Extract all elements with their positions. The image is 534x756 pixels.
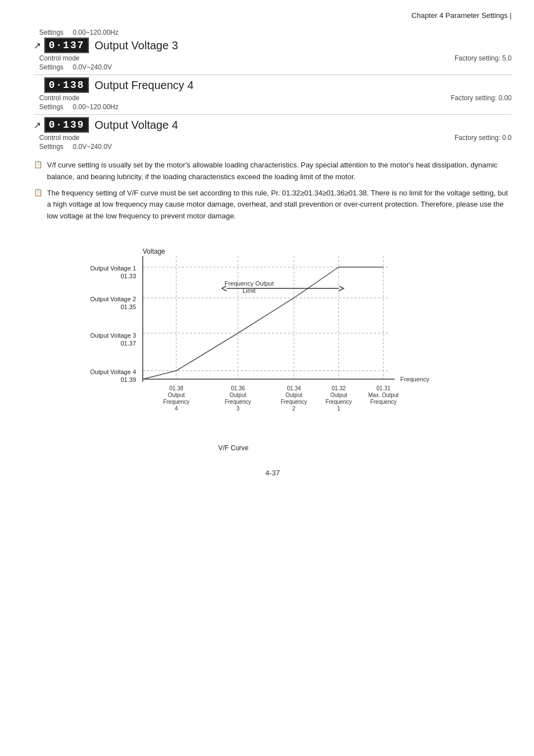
settings-value2-137: 0.0V~240.0V: [73, 63, 112, 71]
annotation-text2: Limit: [242, 287, 255, 294]
arrow-icon-137: ↗: [34, 40, 41, 51]
arrow-icon-139: ↗: [34, 120, 41, 130]
settings-value-139: 0.0V~240.0V: [73, 143, 112, 151]
x-label-2-line3: 2: [292, 405, 296, 412]
x-label-1-line1: Output: [229, 392, 246, 398]
note-icon-1: 📋: [34, 160, 43, 169]
x-label-2-line1: Output: [285, 392, 302, 398]
lcd-display-139: 0·139: [44, 117, 89, 133]
chapter-header: Chapter 4 Parameter Settings |: [34, 11, 512, 22]
settings-row-137-top: Settings 0.00~120.00Hz: [39, 29, 512, 36]
settings-row-139: Settings 0.0V~240.0V: [39, 143, 512, 151]
factory-setting-138: Factory setting: 0.00: [451, 94, 512, 102]
lcd-display-138: 0·138: [44, 77, 89, 93]
settings-value-137: 0.00~120.00Hz: [73, 29, 119, 36]
header-text: Chapter 4 Parameter Settings |: [411, 11, 512, 20]
x-label-3-line1: Output: [330, 392, 347, 398]
factory-setting-137: Factory setting: 5.0: [455, 54, 512, 62]
x-label-0-line2: Frequency: [163, 399, 189, 405]
control-row-137: Control mode Factory setting: 5.0: [39, 54, 512, 62]
vf-chart-svg: Frequency Output Limit Frequency 01.38 O…: [143, 256, 423, 424]
settings-label-138: Settings: [39, 103, 73, 111]
divider-137: [34, 74, 512, 75]
x-label-1-line2: Frequency: [224, 399, 251, 405]
x-label-4-line2: Frequency: [370, 399, 396, 405]
x-label-3-code: 01.32: [331, 385, 345, 391]
settings-row-138: Settings 0.00~120.00Hz: [39, 103, 512, 111]
x-axis-label: Frequency: [400, 376, 429, 382]
x-label-3-line3: 1: [337, 405, 340, 412]
x-label-4-code: 01.31: [376, 385, 390, 391]
settings-row-137-bottom: Settings 0.0V~240.0V: [39, 63, 512, 71]
x-label-0-line1: Output: [168, 392, 185, 398]
note-icon-2: 📋: [34, 188, 43, 197]
control-mode-137: Control mode: [39, 54, 79, 62]
x-label-4-line1: Max. Output: [368, 392, 399, 398]
y-label-4: Output Voltage 4 01.39: [90, 368, 136, 384]
chart-svg-wrapper: Frequency Output Limit Frequency 01.38 O…: [143, 256, 423, 426]
control-mode-139: Control mode: [39, 134, 79, 142]
divider-138: [34, 114, 512, 115]
y-label-2: Output Voltage 2 01.35: [90, 295, 136, 311]
x-label-1-code: 01.36: [231, 385, 245, 391]
settings-value-138: 0.00~120.00Hz: [73, 103, 119, 111]
settings-label-139: Settings: [39, 143, 73, 151]
x-label-3-line2: Frequency: [325, 399, 352, 405]
note-text-1: V/f curve setting is usually set by the …: [47, 160, 512, 183]
chart-bottom-label: V/F Curve: [218, 444, 249, 452]
param-title-row-138: ↗ 0·138 Output Frequency 4: [34, 77, 512, 93]
control-mode-138: Control mode: [39, 94, 79, 102]
vf-chart-container: Voltage Output Voltage 1 01.33 Output Vo…: [56, 239, 448, 452]
param-title-row-139: ↗ 0·139 Output Voltage 4: [34, 117, 512, 133]
chart-y-axis-label: Voltage: [143, 248, 165, 255]
note-1: 📋 V/f curve setting is usually set by th…: [34, 160, 512, 183]
param-block-137: Settings 0.00~120.00Hz ↗ 0·137 Output Vo…: [34, 29, 512, 71]
param-title-row-137: ↗ 0·137 Output Voltage 3: [34, 38, 512, 53]
control-row-138: Control mode Factory setting: 0.00: [39, 94, 512, 102]
param-name-137: Output Voltage 3: [95, 39, 178, 52]
param-name-138: Output Frequency 4: [95, 79, 194, 92]
page-number: 4-37: [34, 469, 512, 477]
param-block-139: ↗ 0·139 Output Voltage 4 Control mode Fa…: [34, 117, 512, 151]
x-label-2-line2: Frequency: [280, 399, 307, 405]
factory-setting-139: Factory setting: 0.0: [455, 134, 512, 142]
lcd-display-137: 0·137: [44, 38, 89, 53]
param-block-138: ↗ 0·138 Output Frequency 4 Control mode …: [34, 77, 512, 111]
param-name-139: Output Voltage 4: [95, 119, 178, 132]
x-label-0-code: 01.38: [169, 385, 183, 391]
note-2: 📋 The frequency setting of V/F curve mus…: [34, 188, 512, 222]
x-label-1-line3: 3: [236, 405, 240, 412]
settings-label-137: Settings: [39, 29, 73, 36]
x-label-0-line3: 4: [175, 405, 178, 412]
y-label-3: Output Voltage 3 01.37: [90, 332, 136, 348]
x-label-2-code: 01.34: [287, 385, 301, 391]
y-label-1: Output Voltage 1 01.33: [90, 264, 136, 281]
control-row-139: Control mode Factory setting: 0.0: [39, 134, 512, 142]
annotation-text: Frequency Output: [224, 280, 274, 287]
note-text-2: The frequency setting of V/F curve must …: [47, 188, 512, 222]
settings-label2-137: Settings: [39, 63, 73, 71]
